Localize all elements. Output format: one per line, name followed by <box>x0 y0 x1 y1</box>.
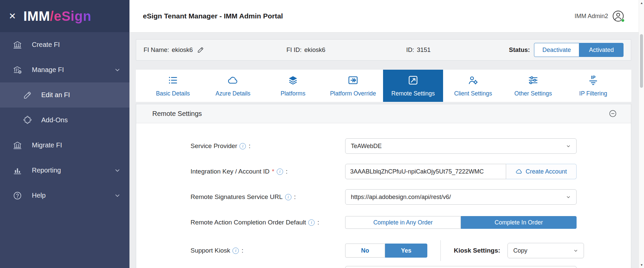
main-header: eSign Tenant Manager - IMM Admin Portal … <box>129 0 644 32</box>
support-kiosk-controls: No Yes Kiosk Settings: Copy <box>345 240 584 261</box>
sidebar-item-label: Edit an FI <box>41 91 70 99</box>
complete-any-order-button[interactable]: Complete in Any Order <box>345 216 461 229</box>
user-menu[interactable]: IMM Admin2 <box>575 10 624 22</box>
next-row-partial <box>136 266 631 268</box>
sidebar-menu: Create FI Manage FI Edit an FI <box>0 32 129 208</box>
integration-key-input[interactable]: 3AAABLblqZhCPfuU-npiCakOjy5Ut75_7222WMC <box>345 164 506 179</box>
sidebar-item-manage-fi[interactable]: Manage FI <box>0 57 129 82</box>
ip-filter-icon: IP <box>588 75 599 86</box>
tab-label: Platforms <box>281 90 306 97</box>
service-provider-row: Service Provider : TeAWebDE <box>136 133 631 159</box>
colon: : <box>317 219 319 226</box>
panel-header: Remote Settings <box>136 104 631 123</box>
fi-name-label: FI Name: <box>144 46 169 54</box>
tab-label: Other Settings <box>515 90 552 97</box>
info-icon[interactable] <box>285 194 291 200</box>
tab-basic-details[interactable]: Basic Details <box>143 70 203 102</box>
tab-label: Remote Settings <box>391 90 435 97</box>
partial-control[interactable] <box>345 266 577 268</box>
info-icon[interactable] <box>277 169 283 175</box>
fi-id-label: FI ID: <box>286 46 302 54</box>
fi-id-block: FI ID: ekiosk6 <box>286 46 406 54</box>
sidebar-item-label: Create FI <box>32 41 60 49</box>
close-icon[interactable]: ✕ <box>9 12 16 20</box>
support-kiosk-toggle: No Yes <box>345 244 427 258</box>
scroll-down-arrow-icon[interactable]: ▼ <box>639 263 644 267</box>
sidebar-item-add-ons[interactable]: Add-Ons <box>0 108 129 133</box>
content-column: FI Name: ekiosk6 FI ID: ekiosk6 ID: 3151… <box>136 39 631 268</box>
sidebar-item-migrate-fi[interactable]: Migrate FI <box>0 133 129 158</box>
status-label: Status: <box>509 46 530 54</box>
remote-url-select[interactable]: https://api.adobesign.com/api/rest/v6/ <box>345 189 577 205</box>
kiosk-settings-select[interactable]: Copy <box>507 243 584 258</box>
sidebar-item-create-fi[interactable]: Create FI <box>0 32 129 57</box>
tab-label: Azure Details <box>215 90 250 97</box>
kiosk-yes-button[interactable]: Yes <box>385 244 427 258</box>
tab-other-settings[interactable]: Other Settings <box>503 70 563 102</box>
pencil-icon[interactable] <box>197 46 204 54</box>
tab-ip-filtering[interactable]: IP IP Filtering <box>563 70 623 102</box>
vertical-scrollbar[interactable]: ▲ ▼ <box>639 0 644 268</box>
info-icon[interactable] <box>239 143 246 149</box>
sidebar-item-label: Add-Ons <box>41 116 68 124</box>
sidebar-item-label: Manage FI <box>32 66 64 74</box>
sidebar-header: ✕ IMM/eSign <box>0 0 129 32</box>
online-status-dot <box>621 19 625 22</box>
support-kiosk-label: Support Kiosk : <box>191 247 345 254</box>
info-icon[interactable] <box>308 219 315 226</box>
bank-icon <box>12 140 22 150</box>
chevron-down-icon <box>114 167 121 174</box>
sidebar-item-label: Migrate FI <box>32 141 62 149</box>
tab-platforms[interactable]: Platforms <box>263 70 323 102</box>
info-icon[interactable] <box>232 248 239 254</box>
tab-remote-settings[interactable]: Remote Settings <box>383 70 443 102</box>
svg-text:IP: IP <box>591 75 596 80</box>
remote-settings-panel: Remote Settings Service Provider : <box>136 104 631 268</box>
scrollbar-thumb[interactable] <box>640 34 643 88</box>
integration-key-label: Integration Key / Account ID * : <box>191 168 345 175</box>
kiosk-no-button[interactable]: No <box>345 244 385 258</box>
main-area: eSign Tenant Manager - IMM Admin Portal … <box>129 0 644 268</box>
panel-body: Service Provider : TeAWebDE <box>136 123 631 268</box>
tab-platform-override[interactable]: Platform Override <box>323 70 383 102</box>
tab-label: IP Filtering <box>579 90 607 97</box>
activated-button[interactable]: Activated <box>579 43 624 57</box>
sidebar-item-label: Help <box>32 192 46 199</box>
sidebar-item-label: Reporting <box>32 166 61 174</box>
user-name: IMM Admin2 <box>575 13 608 20</box>
app-window: ✕ IMM/eSign Create FI Manage FI <box>0 0 644 268</box>
deactivate-button[interactable]: Deactivate <box>534 43 579 57</box>
id-value: 3151 <box>417 46 431 54</box>
user-avatar-icon[interactable] <box>612 10 624 22</box>
collapse-minus-icon[interactable] <box>609 110 617 118</box>
colon: : <box>249 142 250 150</box>
service-provider-select[interactable]: TeAWebDE <box>345 138 577 154</box>
box-arrow-icon <box>347 75 359 86</box>
cloud-icon <box>516 168 523 175</box>
puzzle-icon <box>22 115 33 125</box>
list-icon <box>167 75 178 86</box>
fi-info-bar: FI Name: ekiosk6 FI ID: ekiosk6 ID: 3151… <box>136 39 631 61</box>
tab-azure-details[interactable]: Azure Details <box>203 70 263 102</box>
support-kiosk-row: Support Kiosk : No Yes Kiosk Settings: <box>136 235 631 266</box>
chevron-down-icon <box>566 195 571 200</box>
pencil-icon <box>22 90 33 100</box>
colon: : <box>286 168 287 175</box>
button-label: Create Account <box>526 168 567 175</box>
tab-bar: Basic Details Azure Details Platforms <box>136 70 631 102</box>
remote-url-row: Remote Signatures Service URL : https://… <box>136 184 631 210</box>
complete-in-order-button[interactable]: Complete In Order <box>461 216 577 229</box>
required-asterisk: * <box>272 168 274 175</box>
fi-id-value: ekiosk6 <box>304 46 325 54</box>
scroll-up-arrow-icon[interactable]: ▲ <box>639 1 644 5</box>
tab-client-settings[interactable]: Client Settings <box>443 70 503 102</box>
sidebar-item-help[interactable]: Help <box>0 183 129 208</box>
logo-imm-text: IMM <box>23 9 50 23</box>
label-text: Remote Action Completion Order Default <box>191 219 306 226</box>
fi-name-value: ekiosk6 <box>172 46 193 54</box>
sidebar-item-reporting[interactable]: Reporting <box>0 158 129 183</box>
create-account-button[interactable]: Create Account <box>506 164 577 179</box>
label-text: Support Kiosk <box>191 247 230 254</box>
id-block: ID: 3151 <box>406 46 509 54</box>
sidebar-item-edit-an-fi[interactable]: Edit an FI <box>0 82 129 108</box>
